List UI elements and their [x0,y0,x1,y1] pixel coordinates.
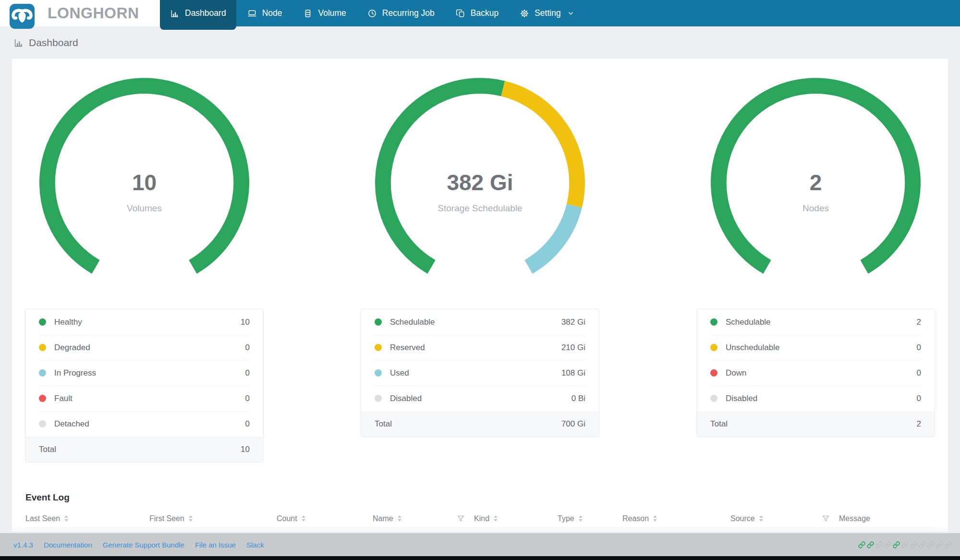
gauge-value: 382 Gi [375,171,585,194]
legend-row-disabled: Disabled0 [697,386,935,411]
app-footer: v1.4.3 DocumentationGenerate Support Bun… [0,533,960,556]
sort-icon[interactable] [579,515,583,522]
sort-icon[interactable] [302,515,305,522]
storage-schedulable-gauge-chart: 382 GiStorage Schedulable [375,78,585,275]
column-label: Reason [622,514,649,523]
footer-link-generate-support-bundle[interactable]: Generate Support Bundle [103,541,184,549]
link-icon [945,541,952,548]
clock-icon [367,9,377,18]
column-header-count[interactable]: Count [277,514,373,523]
column-label: Last Seen [25,514,60,523]
nodes-legend-table: Schedulable2Unschedulable0Down0Disabled0… [696,309,935,437]
legend-value: 0 [245,394,250,403]
legend-row-degraded: Degraded0 [25,335,263,360]
sort-icon[interactable] [64,515,68,522]
filter-funnel-icon[interactable] [457,514,465,523]
legend-row-used: Used108 Gi [361,360,599,386]
legend-value: 0 [917,343,921,353]
footer-link-slack[interactable]: Slack [246,541,264,549]
sort-icon[interactable] [653,515,657,522]
legend-row-schedulable: Schedulable2 [697,309,935,335]
nav-item-recurring-job[interactable]: Recurring Job [357,0,445,26]
event-log-title: Event Log [25,492,948,503]
longhorn-bull-icon [10,4,35,29]
link-icon [927,541,935,548]
legend-total-row: Total10 [25,437,263,462]
chevron-down-icon [567,10,574,17]
column-header-first-seen[interactable]: First Seen [149,514,277,523]
storage-schedulable-tower: 382 GiStorage SchedulableSchedulable382 … [361,78,599,463]
legend-label: In Progress [54,368,96,378]
legend-value: 210 Gi [561,343,585,353]
legend-value: 0 [245,343,250,353]
connection-indicators [858,541,952,548]
page-title-bar: Dashboard [0,26,960,59]
nodes-tower: 2NodesSchedulable2Unschedulable0Down0Dis… [696,78,935,463]
nav-item-label: Backup [471,8,498,18]
column-header-kind[interactable]: Kind [457,514,558,523]
column-label: Kind [474,514,489,523]
bar-chart-icon [13,37,24,48]
legend-total-row: Total700 Gi [361,411,599,437]
footer-links: DocumentationGenerate Support BundleFile… [44,541,264,549]
legend-value: 0 [245,419,250,429]
link-icon [919,541,926,548]
column-label: Source [730,514,755,523]
column-header-name[interactable]: Name [373,514,457,523]
volumes-tower: 10VolumesHealthy10Degraded0In Progress0F… [25,78,264,463]
nav-item-dashboard[interactable]: Dashboard [160,0,236,30]
total-value: 2 [917,419,921,429]
link-icon [893,541,900,548]
column-header-last-seen[interactable]: Last Seen [25,514,149,523]
gauge-center-text: 10Volumes [39,171,249,214]
dashboard-content: 10VolumesHealthy10Degraded0In Progress0F… [12,59,948,532]
legend-color-dot [39,395,46,402]
column-header-source[interactable]: Source [730,514,822,523]
legend-color-dot [375,318,382,326]
total-value: 700 Gi [561,419,585,429]
bar-chart-icon [170,9,180,18]
brand-name: LONGHORN [48,4,139,22]
sort-icon[interactable] [189,515,193,522]
total-value: 10 [241,445,250,454]
footer-link-file-an-issue[interactable]: File an Issue [195,541,236,549]
column-header-reason[interactable]: Reason [622,514,730,523]
nav-item-backup[interactable]: Backup [446,0,509,26]
logo[interactable]: LONGHORN [0,0,160,26]
legend-total-row: Total2 [697,411,935,437]
event-log-header-row: Last SeenFirst SeenCountNameKindTypeReas… [25,510,935,528]
gauge-value: 10 [39,171,249,194]
nav-item-node[interactable]: Node [237,0,292,26]
legend-label: Detached [54,419,89,429]
legend-label: Used [390,368,409,378]
backup-icon [456,9,465,18]
nav-item-setting[interactable]: Setting [510,0,584,26]
sort-icon[interactable] [759,515,763,522]
gauge-label: Storage Schedulable [375,203,585,214]
app-header: LONGHORN DashboardNodeVolumeRecurring Jo… [0,0,960,26]
column-label: Count [277,514,297,523]
sort-icon[interactable] [398,515,401,522]
column-label: First Seen [149,514,184,523]
nav-item-label: Node [262,8,282,18]
legend-color-dot [375,344,382,351]
legend-label: Healthy [54,317,82,327]
sort-icon[interactable] [494,515,498,522]
gauge-label: Nodes [711,203,921,214]
gauge-towers: 10VolumesHealthy10Degraded0In Progress0F… [12,59,948,463]
legend-row-reserved: Reserved210 Gi [361,335,599,360]
legend-row-healthy: Healthy10 [25,309,263,335]
column-header-type[interactable]: Type [558,514,622,523]
legend-color-dot [710,318,717,326]
filter-funnel-icon[interactable] [822,514,830,523]
legend-color-dot [710,369,717,377]
legend-row-down: Down0 [697,360,935,386]
link-icon [901,541,909,548]
legend-color-dot [710,395,717,402]
nav-item-volume[interactable]: Volume [293,0,356,26]
footer-link-documentation[interactable]: Documentation [44,541,92,549]
legend-color-dot [39,420,46,427]
legend-row-unschedulable: Unschedulable0 [697,335,935,360]
page-title: Dashboard [29,37,78,49]
column-header-message[interactable]: Message [822,514,935,523]
